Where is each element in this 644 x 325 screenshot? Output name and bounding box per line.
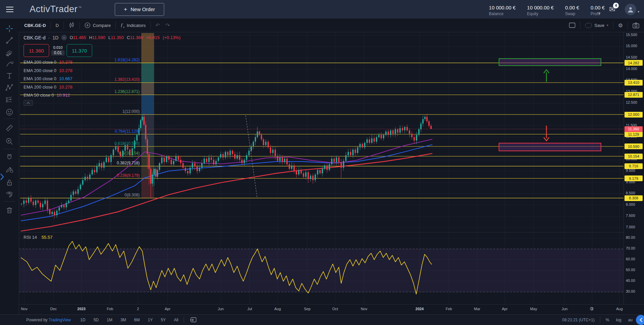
price-tick-label: 14.500	[626, 55, 637, 59]
percent-scale-toggle[interactable]: %	[606, 318, 609, 322]
rsi-pane	[19, 241, 623, 294]
menu-icon[interactable]	[6, 7, 13, 12]
gear-icon: ⚙	[618, 22, 623, 29]
ohlc-item: (+0.13%)	[163, 35, 180, 40]
trash-icon[interactable]	[5, 206, 14, 215]
collapse-panel-chevron-icon[interactable]	[636, 315, 644, 325]
new-order-button[interactable]: + New Order	[115, 3, 164, 16]
panel-icon	[569, 23, 575, 28]
compare-button[interactable]: Compare	[80, 19, 115, 32]
price-tick-label: 7.000	[626, 225, 635, 229]
chevron-down-icon[interactable]: ▾	[599, 11, 601, 15]
time-tick-label: Jun	[218, 307, 224, 311]
legend-collapse-button[interactable]	[24, 100, 33, 106]
timeframe-all[interactable]: All	[174, 318, 178, 322]
time-tick-label: 2023	[77, 307, 85, 311]
indicator-legend-row[interactable]: EMA 200 close 010.278	[24, 85, 72, 90]
time-tick-label: May	[530, 307, 537, 311]
price-chart[interactable]	[19, 32, 623, 304]
collapse-legend-icon[interactable]: –	[61, 35, 67, 40]
projection-icon[interactable]	[5, 95, 14, 104]
time-tick-label: Nov	[21, 307, 28, 311]
snapshot-button[interactable]	[628, 19, 644, 32]
hide-drawings-icon[interactable]	[5, 189, 14, 198]
mail-icon[interactable]: ✉ 4	[609, 5, 615, 14]
xabcd-pattern-icon[interactable]	[5, 83, 14, 92]
fib-retracement-icon[interactable]	[5, 48, 14, 57]
chart-legend: CBK.GE-d·1D – O11.465H11.590L11.350C11.3…	[24, 35, 181, 40]
text-icon[interactable]	[5, 71, 14, 80]
rsi-value: 55.57	[41, 235, 52, 240]
crosshair-icon[interactable]	[5, 24, 14, 33]
timeframe-1m[interactable]: 1M	[107, 318, 112, 322]
ruler-icon[interactable]	[5, 124, 14, 132]
account-value: 10 000.00 €	[527, 5, 553, 10]
price-tick-label: 7.500	[626, 214, 635, 218]
rsi-tick-label: 80.00	[626, 235, 635, 239]
account-label: Balance	[489, 11, 515, 16]
up-arrow	[544, 70, 549, 82]
ohlc-item: O11.465	[70, 35, 86, 40]
redo-button[interactable]: ↷	[160, 19, 174, 32]
account-menu[interactable]: ▾	[625, 4, 639, 15]
fib-price-badge: 9.179	[624, 175, 643, 181]
indicator-legend-row[interactable]: EMA 200 close 010.278	[24, 60, 72, 65]
down-arrow	[544, 126, 549, 141]
time-tick-label: Aug	[616, 307, 623, 311]
legend-symbol[interactable]: CBK.GE-d	[24, 35, 45, 40]
trendline-icon[interactable]	[5, 36, 14, 45]
panel-expander-chevron-icon[interactable]	[0, 172, 4, 181]
timeframe-3m[interactable]: 3M	[120, 318, 126, 322]
sell-button[interactable]: 11.360	[24, 44, 49, 57]
fx-icon: ƒx	[120, 22, 124, 29]
fib-level-label: 1.236(12.871)	[114, 89, 140, 94]
indicator-legend-row[interactable]: EMA 200 close 010.278	[24, 68, 72, 73]
price-tick-label: 8.000	[626, 202, 635, 206]
compare-plus-icon	[84, 22, 91, 28]
log-scale-toggle[interactable]: log	[616, 318, 621, 322]
account-label: Profit	[591, 11, 605, 16]
chart-settings-button[interactable]: ⚙	[613, 19, 628, 32]
zoom-in-icon[interactable]	[5, 137, 14, 146]
brush-icon[interactable]	[5, 60, 14, 68]
timeframe-5d[interactable]: 5D	[94, 318, 99, 322]
magnet-icon[interactable]	[5, 153, 14, 162]
chart-toolbar: CBK.GE-D D Compare ƒx Indicators ↶ ↷	[19, 19, 644, 32]
tradingview-link[interactable]: TradingView	[49, 318, 71, 322]
fib-level-label: 0.618(10.590)	[114, 141, 140, 146]
indicators-button[interactable]: ƒx Indicators	[116, 19, 150, 32]
ohlc-item: L11.350	[108, 35, 124, 40]
timeframe-6m[interactable]: 6M	[134, 318, 140, 322]
fib-price-badge: 10.154	[624, 154, 643, 159]
time-axis[interactable]: ⚙ NovDec2023Feb2AprJunJulAugSepOctNov202…	[19, 304, 644, 315]
draw-lock-icon[interactable]	[5, 165, 14, 173]
layout-panel-button[interactable]	[564, 19, 580, 32]
time-tick-label: Jul	[247, 307, 252, 311]
auto-scale-toggle[interactable]: au	[628, 318, 633, 322]
buy-button[interactable]: 11.370	[67, 44, 92, 57]
time-tick-label: Apr	[502, 307, 507, 311]
ohlc-values: O11.465H11.590L11.350C11.360+0.015(+0.13…	[70, 35, 181, 40]
status-bar: Powered by TradingView 1D5D1M3M6M1Y5YAll…	[0, 314, 644, 325]
price-tick-label: 15.500	[626, 33, 637, 37]
indicator-legend-row[interactable]: EMA 50 close 010.912	[24, 93, 70, 98]
save-layout-button[interactable]: Save ▾	[580, 19, 613, 32]
fib-level-label: 0.764(11.129)	[115, 129, 140, 134]
price-axis[interactable]: 15.50015.00014.50014.00013.50013.00012.5…	[623, 32, 644, 304]
lock-icon[interactable]	[5, 178, 14, 187]
interval-button[interactable]: D	[51, 19, 63, 32]
chart-type-button[interactable]	[64, 19, 79, 32]
indicator-legend-row[interactable]: EMA 100 close 010.667	[24, 76, 72, 81]
toolbar-divider	[3, 119, 15, 119]
timeframe-5y[interactable]: 5Y	[161, 318, 166, 322]
account-label: Equity	[527, 11, 553, 16]
timeframe-1d[interactable]: 1D	[80, 318, 85, 322]
emoji-icon[interactable]	[5, 108, 14, 117]
cloud-icon	[585, 23, 592, 28]
timeframe-1y[interactable]: 1Y	[148, 318, 153, 322]
goto-date-button[interactable]	[189, 317, 197, 323]
time-tick-label: Sep	[304, 307, 311, 311]
symbol-button[interactable]: CBK.GE-D	[19, 19, 50, 32]
rsi-tick-label: 50.00	[626, 268, 635, 272]
account-value: 0.00 €	[565, 5, 579, 10]
